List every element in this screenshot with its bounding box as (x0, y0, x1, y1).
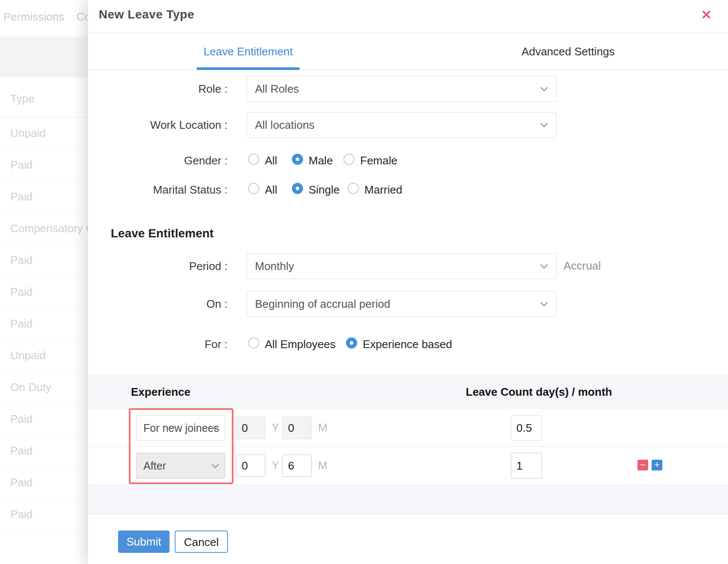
add-row-button[interactable]: + (652, 460, 662, 470)
chevron-down-icon (211, 461, 219, 468)
experience-condition-dropdown[interactable]: For new joinees (136, 415, 225, 441)
experience-condition-value: For new joinees (143, 422, 219, 434)
years-input[interactable]: 0 (236, 455, 265, 477)
marital-single-radio[interactable] (292, 183, 303, 194)
experience-condition-value: After (143, 460, 166, 472)
leave-count-input[interactable]: 1 (511, 453, 542, 479)
remove-row-button[interactable]: − (637, 460, 648, 470)
months-input[interactable]: 6 (282, 455, 312, 477)
leave-count-column-header: Leave Count day(s) / month (466, 385, 612, 399)
period-dropdown[interactable]: Monthly (247, 253, 557, 279)
role-dropdown[interactable]: All Roles (247, 76, 557, 102)
screen: Permissions Co Type Unpaid Paid Paid Com… (0, 0, 728, 564)
marital-status-label: Marital Status : (88, 183, 228, 197)
role-value: All Roles (255, 82, 299, 95)
leave-entitlement-heading: Leave Entitlement (111, 227, 214, 240)
modal-tabbar: Leave Entitlement Advanced Settings (88, 33, 728, 70)
gender-female-label[interactable]: Female (360, 154, 397, 167)
years-input[interactable]: 0 (236, 417, 265, 439)
months-input[interactable]: 0 (282, 417, 312, 439)
marital-all-radio[interactable] (248, 183, 259, 194)
work-location-dropdown[interactable]: All locations (247, 112, 557, 138)
gender-all-radio[interactable] (248, 154, 259, 165)
chevron-down-icon (540, 261, 548, 269)
months-unit-label: M (318, 459, 328, 472)
gender-all-label[interactable]: All (265, 154, 277, 167)
on-label: On : (88, 297, 228, 311)
for-all-employees-label[interactable]: All Employees (265, 338, 336, 351)
chevron-down-icon (540, 84, 548, 91)
modal-footer: Submit Cancel (88, 514, 728, 564)
for-experience-based-label[interactable]: Experience based (363, 338, 452, 351)
gender-label: Gender : (88, 154, 228, 167)
experience-row-1: For new joinees 0 Y 0 M 0.5 (88, 409, 728, 446)
active-tab-indicator (197, 67, 300, 70)
for-all-employees-radio[interactable] (248, 337, 259, 349)
close-icon[interactable]: ✕ (701, 9, 712, 21)
gender-female-radio[interactable] (343, 154, 355, 165)
cancel-button[interactable]: Cancel (175, 531, 228, 553)
leave-count-input[interactable]: 0.5 (511, 415, 542, 441)
years-unit-label: Y (272, 459, 279, 472)
years-unit-label: Y (272, 421, 279, 434)
new-leave-type-modal: New Leave Type ✕ Leave Entitlement Advan… (88, 0, 728, 564)
gender-male-radio[interactable] (292, 154, 303, 165)
on-dropdown[interactable]: Beginning of accrual period (247, 291, 557, 317)
gender-male-label[interactable]: Male (309, 154, 333, 167)
chevron-down-icon (540, 120, 548, 127)
work-location-label: Work Location : (88, 118, 228, 132)
marital-married-radio[interactable] (348, 183, 359, 194)
experience-row-2: After 0 Y 6 M 1 − + (88, 447, 728, 484)
accrual-note: Accrual (564, 259, 601, 273)
for-experience-based-radio[interactable] (346, 337, 357, 349)
experience-condition-dropdown[interactable]: After (136, 453, 225, 479)
type-column-header: Type (10, 92, 34, 106)
for-label: For : (88, 338, 228, 351)
chevron-down-icon (540, 299, 548, 306)
work-location-value: All locations (255, 118, 315, 131)
marital-all-label[interactable]: All (265, 183, 277, 197)
experience-column-header: Experience (131, 385, 191, 399)
modal-title: New Leave Type (99, 8, 194, 21)
tab-leave-entitlement[interactable]: Leave Entitlement (88, 33, 408, 70)
experience-footer-band (88, 484, 728, 514)
period-label: Period : (88, 260, 228, 273)
months-unit-label: M (318, 421, 328, 434)
submit-button[interactable]: Submit (118, 531, 170, 553)
tab-advanced-settings[interactable]: Advanced Settings (408, 33, 728, 70)
marital-married-label[interactable]: Married (364, 183, 402, 197)
marital-single-label[interactable]: Single (309, 183, 340, 197)
role-label: Role : (88, 82, 228, 96)
on-value: Beginning of accrual period (255, 297, 390, 310)
bg-tab-permissions[interactable]: Permissions (3, 10, 64, 24)
period-value: Monthly (255, 260, 294, 273)
